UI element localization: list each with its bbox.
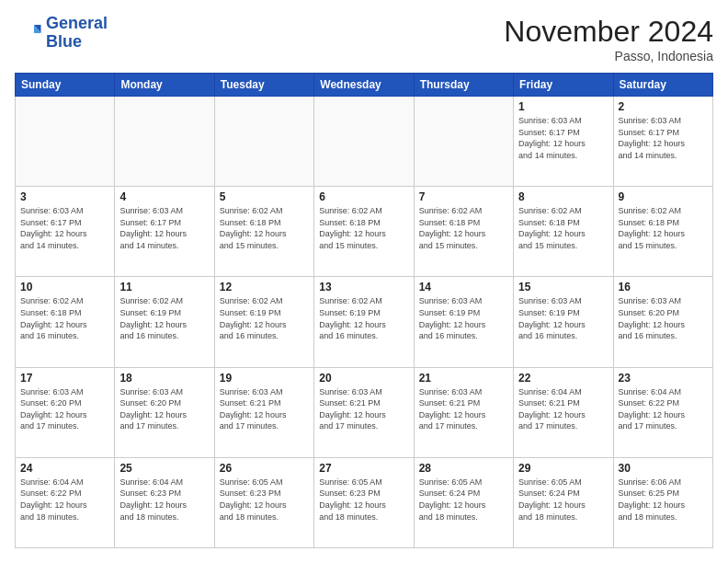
day-info: Sunrise: 6:03 AM Sunset: 6:19 PM Dayligh… bbox=[518, 295, 608, 341]
day-info: Sunrise: 6:03 AM Sunset: 6:17 PM Dayligh… bbox=[518, 115, 608, 161]
calendar-cell: 21Sunrise: 6:03 AM Sunset: 6:21 PM Dayli… bbox=[414, 367, 513, 457]
day-info: Sunrise: 6:04 AM Sunset: 6:22 PM Dayligh… bbox=[20, 477, 109, 523]
day-number: 30 bbox=[619, 462, 708, 475]
calendar-cell: 8Sunrise: 6:02 AM Sunset: 6:18 PM Daylig… bbox=[514, 187, 613, 277]
day-number: 3 bbox=[20, 190, 109, 203]
day-number: 6 bbox=[319, 190, 408, 203]
calendar-cell: 2Sunrise: 6:03 AM Sunset: 6:17 PM Daylig… bbox=[613, 97, 712, 187]
calendar-cell: 18Sunrise: 6:03 AM Sunset: 6:20 PM Dayli… bbox=[115, 367, 214, 457]
page: General Blue November 2024 Passo, Indone… bbox=[0, 0, 728, 563]
day-number: 11 bbox=[119, 281, 209, 293]
day-info: Sunrise: 6:02 AM Sunset: 6:18 PM Dayligh… bbox=[319, 205, 408, 251]
logo-text: General Blue bbox=[46, 15, 108, 52]
day-info: Sunrise: 6:04 AM Sunset: 6:23 PM Dayligh… bbox=[119, 477, 209, 523]
day-number: 22 bbox=[518, 372, 608, 385]
week-row-3: 10Sunrise: 6:02 AM Sunset: 6:18 PM Dayli… bbox=[16, 277, 713, 367]
calendar-cell: 25Sunrise: 6:04 AM Sunset: 6:23 PM Dayli… bbox=[115, 457, 214, 547]
day-info: Sunrise: 6:03 AM Sunset: 6:19 PM Dayligh… bbox=[419, 295, 508, 341]
day-number: 14 bbox=[419, 281, 508, 293]
weekday-header-saturday: Saturday bbox=[613, 74, 712, 97]
weekday-header-row: SundayMondayTuesdayWednesdayThursdayFrid… bbox=[16, 74, 713, 97]
calendar-cell: 29Sunrise: 6:05 AM Sunset: 6:24 PM Dayli… bbox=[514, 457, 613, 547]
calendar-cell: 19Sunrise: 6:03 AM Sunset: 6:21 PM Dayli… bbox=[214, 367, 313, 457]
calendar-cell: 7Sunrise: 6:02 AM Sunset: 6:18 PM Daylig… bbox=[414, 187, 513, 277]
day-info: Sunrise: 6:05 AM Sunset: 6:24 PM Dayligh… bbox=[419, 477, 508, 523]
calendar-cell: 24Sunrise: 6:04 AM Sunset: 6:22 PM Dayli… bbox=[16, 457, 115, 547]
day-info: Sunrise: 6:03 AM Sunset: 6:17 PM Dayligh… bbox=[20, 205, 109, 251]
calendar-cell: 20Sunrise: 6:03 AM Sunset: 6:21 PM Dayli… bbox=[314, 367, 414, 457]
day-number: 19 bbox=[220, 372, 309, 385]
calendar-cell: 14Sunrise: 6:03 AM Sunset: 6:19 PM Dayli… bbox=[414, 277, 513, 367]
weekday-header-friday: Friday bbox=[514, 74, 613, 97]
weekday-header-sunday: Sunday bbox=[16, 74, 115, 97]
calendar-cell bbox=[115, 97, 214, 187]
logo-line2: Blue bbox=[46, 32, 82, 51]
calendar-cell: 28Sunrise: 6:05 AM Sunset: 6:24 PM Dayli… bbox=[414, 457, 513, 547]
calendar-cell: 22Sunrise: 6:04 AM Sunset: 6:21 PM Dayli… bbox=[514, 367, 613, 457]
calendar-cell: 27Sunrise: 6:05 AM Sunset: 6:23 PM Dayli… bbox=[314, 457, 414, 547]
title-block: November 2024 Passo, Indonesia bbox=[504, 15, 713, 63]
calendar-cell: 17Sunrise: 6:03 AM Sunset: 6:20 PM Dayli… bbox=[16, 367, 115, 457]
day-number: 13 bbox=[319, 281, 408, 293]
day-info: Sunrise: 6:02 AM Sunset: 6:18 PM Dayligh… bbox=[619, 205, 708, 251]
day-number: 15 bbox=[518, 281, 608, 293]
week-row-2: 3Sunrise: 6:03 AM Sunset: 6:17 PM Daylig… bbox=[16, 187, 713, 277]
day-info: Sunrise: 6:02 AM Sunset: 6:18 PM Dayligh… bbox=[419, 205, 508, 251]
day-number: 10 bbox=[20, 281, 109, 293]
day-number: 1 bbox=[518, 100, 608, 113]
location: Passo, Indonesia bbox=[504, 49, 713, 63]
weekday-header-thursday: Thursday bbox=[414, 74, 513, 97]
day-number: 20 bbox=[319, 372, 408, 385]
day-info: Sunrise: 6:05 AM Sunset: 6:23 PM Dayligh… bbox=[319, 477, 408, 523]
day-info: Sunrise: 6:04 AM Sunset: 6:22 PM Dayligh… bbox=[619, 386, 708, 432]
calendar-cell: 23Sunrise: 6:04 AM Sunset: 6:22 PM Dayli… bbox=[613, 367, 712, 457]
day-info: Sunrise: 6:02 AM Sunset: 6:18 PM Dayligh… bbox=[20, 295, 109, 341]
day-info: Sunrise: 6:02 AM Sunset: 6:18 PM Dayligh… bbox=[220, 205, 309, 251]
calendar-cell bbox=[314, 97, 414, 187]
calendar-cell: 26Sunrise: 6:05 AM Sunset: 6:23 PM Dayli… bbox=[214, 457, 313, 547]
calendar-cell: 12Sunrise: 6:02 AM Sunset: 6:19 PM Dayli… bbox=[214, 277, 313, 367]
week-row-5: 24Sunrise: 6:04 AM Sunset: 6:22 PM Dayli… bbox=[16, 457, 713, 547]
day-info: Sunrise: 6:03 AM Sunset: 6:21 PM Dayligh… bbox=[319, 386, 408, 432]
day-number: 21 bbox=[419, 372, 508, 385]
calendar-cell bbox=[214, 97, 313, 187]
calendar-cell: 11Sunrise: 6:02 AM Sunset: 6:19 PM Dayli… bbox=[115, 277, 214, 367]
weekday-header-monday: Monday bbox=[115, 74, 214, 97]
day-number: 24 bbox=[20, 462, 109, 475]
day-info: Sunrise: 6:06 AM Sunset: 6:25 PM Dayligh… bbox=[619, 477, 708, 523]
day-number: 23 bbox=[619, 372, 708, 385]
day-number: 12 bbox=[220, 281, 309, 293]
month-title: November 2024 bbox=[504, 15, 713, 49]
day-info: Sunrise: 6:03 AM Sunset: 6:21 PM Dayligh… bbox=[220, 386, 309, 432]
day-number: 18 bbox=[119, 372, 209, 385]
day-info: Sunrise: 6:02 AM Sunset: 6:19 PM Dayligh… bbox=[220, 295, 309, 341]
calendar-cell bbox=[414, 97, 513, 187]
day-info: Sunrise: 6:03 AM Sunset: 6:20 PM Dayligh… bbox=[20, 386, 109, 432]
calendar-cell: 15Sunrise: 6:03 AM Sunset: 6:19 PM Dayli… bbox=[514, 277, 613, 367]
day-number: 16 bbox=[619, 281, 708, 293]
day-number: 7 bbox=[419, 190, 508, 203]
header: General Blue November 2024 Passo, Indone… bbox=[15, 15, 713, 63]
logo-icon bbox=[15, 19, 42, 47]
day-number: 28 bbox=[419, 462, 508, 475]
calendar-cell: 13Sunrise: 6:02 AM Sunset: 6:19 PM Dayli… bbox=[314, 277, 414, 367]
day-number: 4 bbox=[119, 190, 209, 203]
day-info: Sunrise: 6:05 AM Sunset: 6:23 PM Dayligh… bbox=[220, 477, 309, 523]
day-info: Sunrise: 6:04 AM Sunset: 6:21 PM Dayligh… bbox=[518, 386, 608, 432]
day-number: 2 bbox=[619, 100, 708, 113]
calendar-cell: 9Sunrise: 6:02 AM Sunset: 6:18 PM Daylig… bbox=[613, 187, 712, 277]
calendar-cell: 16Sunrise: 6:03 AM Sunset: 6:20 PM Dayli… bbox=[613, 277, 712, 367]
day-number: 9 bbox=[619, 190, 708, 203]
calendar-cell: 30Sunrise: 6:06 AM Sunset: 6:25 PM Dayli… bbox=[613, 457, 712, 547]
day-number: 8 bbox=[518, 190, 608, 203]
day-info: Sunrise: 6:03 AM Sunset: 6:20 PM Dayligh… bbox=[619, 295, 708, 341]
day-info: Sunrise: 6:02 AM Sunset: 6:19 PM Dayligh… bbox=[119, 295, 209, 341]
day-info: Sunrise: 6:03 AM Sunset: 6:20 PM Dayligh… bbox=[119, 386, 209, 432]
day-number: 17 bbox=[20, 372, 109, 385]
day-info: Sunrise: 6:03 AM Sunset: 6:17 PM Dayligh… bbox=[619, 115, 708, 161]
week-row-4: 17Sunrise: 6:03 AM Sunset: 6:20 PM Dayli… bbox=[16, 367, 713, 457]
weekday-header-tuesday: Tuesday bbox=[214, 74, 313, 97]
day-info: Sunrise: 6:05 AM Sunset: 6:24 PM Dayligh… bbox=[518, 477, 608, 523]
calendar-cell: 4Sunrise: 6:03 AM Sunset: 6:17 PM Daylig… bbox=[115, 187, 214, 277]
day-info: Sunrise: 6:02 AM Sunset: 6:18 PM Dayligh… bbox=[518, 205, 608, 251]
